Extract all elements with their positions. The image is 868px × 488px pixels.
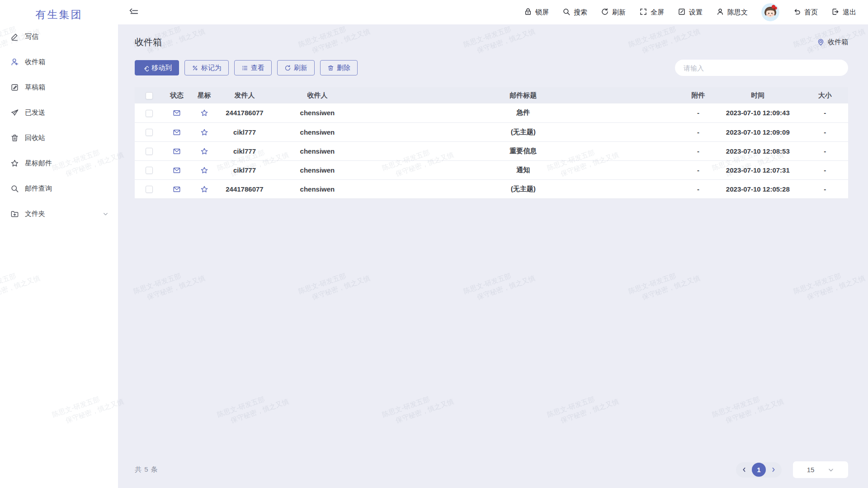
page-size-value: 15 [807,466,815,474]
search-icon [10,184,19,193]
sidebar-item-trash[interactable]: 回收站 [0,125,118,150]
sidebar-item-draft[interactable]: 草稿箱 [0,75,118,100]
subject-cell[interactable]: (无主题) [363,179,682,198]
sidebar-item-label: 收件箱 [25,58,45,66]
topbar-logout[interactable]: 退出 [831,8,856,17]
toolbar-button-label: 删除 [337,64,350,72]
sidebar-item-inbox-person[interactable]: 收件箱 [0,49,118,75]
subject-cell[interactable]: 急件 [363,103,682,122]
sender-cell: 2441786077 [218,103,271,122]
star-icon[interactable] [200,109,208,117]
star-icon[interactable] [200,166,208,174]
envelope-icon [173,147,181,155]
table-row[interactable]: 2441786077 chensiwen (无主题) - 2023-07-10 … [135,179,848,198]
move-button[interactable]: 移动到 [135,60,179,75]
row-checkbox[interactable] [146,110,153,117]
logout-icon [831,8,840,17]
envelope-icon [173,109,181,117]
recipient-cell: chensiwen [271,122,363,141]
star-icon[interactable] [200,147,208,155]
home-back-icon [793,8,801,17]
col-time: 时间 [714,87,802,103]
topbar-home-back[interactable]: 首页 [793,8,818,17]
topbar-edit-square[interactable]: 设置 [678,8,703,17]
star-icon[interactable] [200,128,208,136]
refresh-button[interactable]: 刷新 [277,60,315,75]
sidebar-item-label: 文件夹 [25,210,45,218]
row-checkbox[interactable] [146,129,153,136]
star-icon[interactable] [200,185,208,193]
topbar-actions: 锁屏 搜索 刷新 全屏 设置 陈思文 首页 退出 [524,3,856,21]
user-icon [716,8,724,17]
mail-table: 状态 星标 发件人 收件人 邮件标题 附件 时间 大小 2441786077 c… [135,87,848,199]
sidebar-item-send[interactable]: 已发送 [0,100,118,125]
select-all-checkbox[interactable] [146,92,153,99]
search-input[interactable] [675,60,848,76]
col-size: 大小 [802,87,848,103]
menu-fold-icon[interactable] [129,7,139,17]
subject-cell[interactable]: 重要信息 [363,141,682,160]
topbar-search[interactable]: 搜索 [562,8,587,17]
topbar-action-label: 首页 [804,8,818,17]
chevron-down-icon[interactable] [102,211,109,217]
envelope-icon [173,128,181,136]
size-cell: - [802,160,848,179]
topbar-refresh[interactable]: 刷新 [601,8,626,17]
pen-icon [10,32,19,41]
size-cell: - [802,122,848,141]
page-number[interactable]: 1 [752,463,766,477]
table-row[interactable]: 2441786077 chensiwen 急件 - 2023-07-10 12:… [135,103,848,122]
fullscreen-icon [639,8,647,17]
recipient-cell: chensiwen [271,160,363,179]
col-recipient: 收件人 [271,87,363,103]
toolbar: 移动到 标记为 查看 刷新 删除 [135,60,848,76]
recipient-cell: chensiwen [271,103,363,122]
size-cell: - [802,141,848,160]
breadcrumb[interactable]: 收件箱 [817,38,848,47]
row-checkbox[interactable] [146,148,153,155]
topbar-lock[interactable]: 锁屏 [524,8,549,17]
topbar-fullscreen[interactable]: 全屏 [639,8,664,17]
table-row[interactable]: cikl777 chensiwen 重要信息 - 2023-07-10 12:0… [135,141,848,160]
envelope-icon [173,185,181,193]
sidebar-item-folder-plus[interactable]: 文件夹 [0,201,118,226]
prev-page-button[interactable] [741,467,747,473]
sender-cell: cikl777 [218,122,271,141]
sidebar-item-pen[interactable]: 写信 [0,24,118,49]
trash-button[interactable]: 删除 [320,60,358,75]
next-page-button[interactable] [770,467,776,473]
page-title: 收件箱 [135,36,162,48]
move-icon [142,65,149,71]
table-row[interactable]: cikl777 chensiwen 通知 - 2023-07-10 12:07:… [135,160,848,179]
topbar-user[interactable]: 陈思文 [716,8,748,17]
attachment-cell: - [683,179,714,198]
subject-cell[interactable]: (无主题) [363,122,682,141]
mark-button[interactable]: 标记为 [184,60,229,75]
size-cell: - [802,179,848,198]
row-checkbox[interactable] [146,186,153,193]
sidebar-item-label: 写信 [25,33,38,41]
col-sender: 发件人 [218,87,271,103]
refresh-icon [601,8,609,17]
recipient-cell: chensiwen [271,141,363,160]
sidebar-item-search[interactable]: 邮件查询 [0,176,118,201]
list-icon [241,65,248,71]
sender-cell: cikl777 [218,160,271,179]
page-size-select[interactable]: 15 [793,461,848,478]
list-button[interactable]: 查看 [234,60,272,75]
subject-cell[interactable]: 通知 [363,160,682,179]
table-row[interactable]: cikl777 chensiwen (无主题) - 2023-07-10 12:… [135,122,848,141]
search-icon [562,8,571,17]
sidebar-item-star[interactable]: 星标邮件 [0,150,118,176]
sidebar-item-label: 草稿箱 [25,83,45,92]
topbar-action-label: 陈思文 [727,8,748,17]
page-header: 收件箱 收件箱 [135,36,848,48]
refresh-icon [284,65,291,71]
row-checkbox[interactable] [146,167,153,174]
sidebar: 有生集团 写信 收件箱 草稿箱 已发送 回收站 星标邮件 邮件查询 文件夹 [0,0,118,488]
col-subject: 邮件标题 [363,87,682,103]
sidebar-item-label: 邮件查询 [25,184,52,193]
table-header-row: 状态 星标 发件人 收件人 邮件标题 附件 时间 大小 [135,87,848,103]
size-cell: - [802,103,848,122]
avatar[interactable] [761,3,779,21]
